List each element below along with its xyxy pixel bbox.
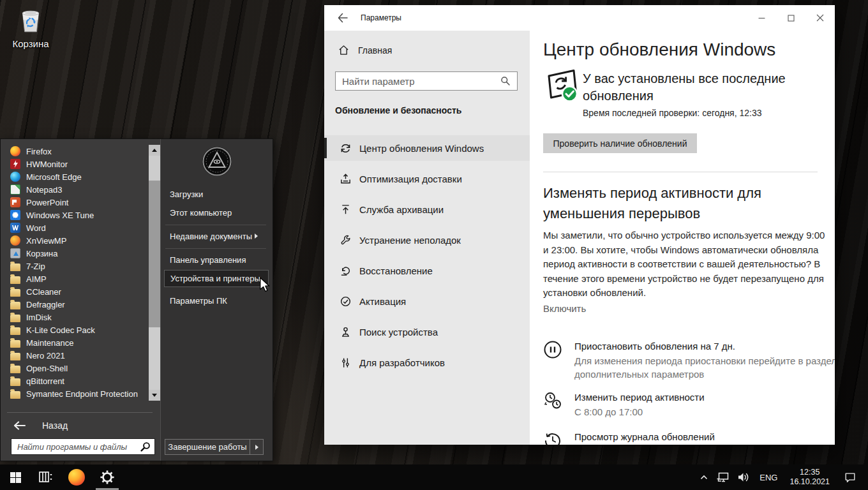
maximize-button[interactable] bbox=[776, 5, 805, 31]
program-label: K-Lite Codec Pack bbox=[26, 325, 95, 335]
start-menu-scrollbar[interactable] bbox=[149, 145, 160, 401]
folder-icon bbox=[10, 327, 20, 335]
user-avatar[interactable] bbox=[202, 146, 232, 177]
recovery-icon bbox=[340, 265, 352, 277]
search-icon[interactable] bbox=[500, 76, 511, 86]
firefox-icon bbox=[10, 146, 20, 156]
program-item[interactable]: CCleaner bbox=[6, 285, 147, 298]
program-item[interactable]: Nero 2021 bbox=[6, 349, 147, 362]
program-label: Symantec Endpoint Protection bbox=[26, 389, 138, 399]
taskbar: ENG 12:35 16.10.2021 bbox=[0, 464, 868, 490]
program-label: 7-Zip bbox=[26, 262, 45, 271]
recycle-bin-desktop-icon[interactable]: Корзина bbox=[8, 5, 54, 49]
shutdown-label: Завершение работы bbox=[168, 442, 246, 452]
taskbar-firefox-button[interactable] bbox=[61, 464, 92, 490]
sidebar-item-label: Устранение неполадок bbox=[359, 235, 461, 246]
tray-volume-button[interactable] bbox=[733, 471, 754, 484]
tray-clock[interactable]: 12:35 16.10.2021 bbox=[783, 468, 836, 487]
program-item[interactable]: XnViewMP bbox=[6, 234, 147, 247]
program-item[interactable]: qBittorrent bbox=[6, 375, 147, 387]
place-label: Этот компьютер bbox=[170, 208, 232, 218]
program-item[interactable]: Корзина bbox=[6, 247, 147, 260]
place-item-this-pc[interactable]: Этот компьютер bbox=[170, 205, 266, 221]
program-label: Firefox bbox=[26, 147, 52, 156]
windows-logo-icon bbox=[10, 472, 21, 483]
settings-back-icon[interactable] bbox=[337, 12, 348, 24]
sidebar-item-label: Оптимизация доставки bbox=[359, 174, 462, 184]
program-item[interactable]: Defraggler bbox=[6, 298, 147, 311]
check-updates-button[interactable]: Проверить наличие обновлений bbox=[543, 133, 697, 153]
program-label: Nero 2021 bbox=[26, 351, 65, 360]
settings-search-input[interactable] bbox=[336, 75, 500, 87]
sidebar-item-developers[interactable]: Для разработчиков bbox=[324, 350, 530, 375]
shutdown-options-button[interactable] bbox=[250, 439, 264, 455]
active-hours-clock-icon bbox=[543, 391, 562, 410]
shutdown-button[interactable]: Завершение работы bbox=[165, 439, 250, 455]
place-item-devices-printers[interactable]: Устройства и принтеры bbox=[164, 270, 269, 287]
sidebar-item-troubleshoot[interactable]: Устранение неполадок bbox=[324, 227, 530, 253]
mouse-cursor bbox=[258, 277, 272, 292]
settings-search[interactable] bbox=[335, 71, 518, 91]
sidebar-item-label: Поиск устройства bbox=[359, 327, 438, 338]
scroll-up-button[interactable] bbox=[149, 145, 160, 156]
folder-icon bbox=[10, 276, 20, 284]
place-item-recent-documents[interactable]: Недавние документы bbox=[170, 228, 266, 245]
action-center-button[interactable] bbox=[836, 471, 864, 484]
program-item[interactable]: Open-Shell bbox=[6, 362, 147, 375]
notepad3-icon bbox=[10, 184, 20, 195]
sidebar-item-delivery-optimization[interactable]: Оптимизация доставки bbox=[324, 166, 530, 191]
update-history-icon bbox=[543, 431, 562, 445]
start-menu-search-input[interactable] bbox=[11, 442, 140, 452]
search-icon[interactable] bbox=[140, 442, 151, 452]
program-item[interactable]: Notepad3 bbox=[6, 183, 147, 196]
sidebar-item-activation[interactable]: Активация bbox=[324, 288, 530, 314]
sidebar-item-find-device[interactable]: Поиск устройства bbox=[324, 319, 530, 345]
tray-network-button[interactable] bbox=[713, 471, 733, 484]
places-divider bbox=[165, 225, 266, 225]
program-item[interactable]: Symantec Endpoint Protection bbox=[6, 387, 147, 400]
sidebar-item-recovery[interactable]: Восстановление bbox=[324, 258, 530, 283]
tray-chevron-button[interactable] bbox=[695, 471, 713, 483]
settings-titlebar[interactable]: Параметры bbox=[324, 5, 835, 31]
program-label: Notepad3 bbox=[26, 185, 62, 195]
places-divider bbox=[165, 248, 266, 249]
action-title: Изменить период активности bbox=[574, 392, 705, 403]
place-item-downloads[interactable]: Загрузки bbox=[170, 186, 266, 203]
program-item[interactable]: Word bbox=[6, 221, 147, 234]
program-label: XnViewMP bbox=[26, 236, 66, 246]
start-menu-search[interactable] bbox=[11, 438, 155, 455]
sidebar-item-home[interactable]: Главная bbox=[338, 45, 392, 56]
sidebar-item-windows-update[interactable]: Центр обновления Windows bbox=[324, 135, 530, 161]
folder-icon bbox=[10, 340, 20, 348]
program-item[interactable]: ImDisk bbox=[6, 311, 147, 323]
taskbar-settings-button[interactable] bbox=[92, 464, 123, 490]
back-button[interactable]: Назад bbox=[13, 417, 147, 434]
program-item[interactable]: PowerPoint bbox=[6, 196, 147, 209]
scroll-down-button[interactable] bbox=[149, 390, 160, 401]
start-button[interactable] bbox=[0, 464, 31, 490]
program-item[interactable]: Windows XE Tune bbox=[6, 209, 147, 221]
task-view-button[interactable] bbox=[31, 464, 61, 490]
update-ok-icon bbox=[544, 68, 580, 103]
program-item[interactable]: K-Lite Codec Pack bbox=[6, 323, 147, 336]
enable-link[interactable]: Включить bbox=[543, 303, 586, 314]
program-label: ImDisk bbox=[26, 313, 52, 322]
scrollbar-thumb[interactable] bbox=[149, 181, 160, 327]
program-item[interactable]: Firefox bbox=[6, 145, 147, 158]
program-item[interactable]: Maintenance bbox=[6, 336, 147, 349]
place-item-pc-settings[interactable]: Параметры ПК bbox=[170, 293, 266, 309]
place-item-control-panel[interactable]: Панель управления bbox=[170, 252, 266, 269]
program-item[interactable]: 7-Zip bbox=[6, 260, 147, 272]
minimize-button[interactable] bbox=[747, 5, 776, 31]
program-label: qBittorrent bbox=[26, 376, 64, 386]
program-item[interactable]: Microsoft Edge bbox=[6, 170, 147, 183]
tray-language-indicator[interactable]: ENG bbox=[754, 473, 783, 482]
sidebar-item-backup[interactable]: Служба архивации bbox=[324, 197, 530, 222]
program-item[interactable]: HWMonitor bbox=[6, 158, 147, 170]
sidebar-section-label: Обновление и безопасность bbox=[335, 105, 461, 115]
program-item[interactable]: AIMP bbox=[6, 272, 147, 285]
sync-icon bbox=[340, 142, 352, 154]
developers-icon bbox=[340, 357, 352, 369]
close-button[interactable] bbox=[805, 5, 835, 31]
settings-main-panel: Центр обновления Windows У вас установле… bbox=[530, 31, 835, 445]
